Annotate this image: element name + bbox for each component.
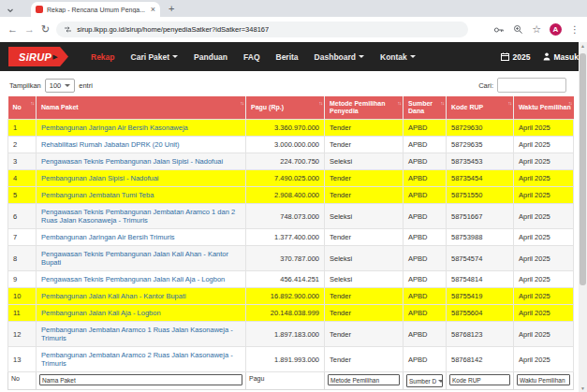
package-link[interactable]: Pengawasan Teknis Pembangunan Jembatan A…	[41, 208, 235, 225]
nav-item-panduan[interactable]: Panduan	[194, 52, 227, 62]
table-row[interactable]: 7 Pembangunan Jaringan Air Bersih Trimur…	[8, 229, 574, 246]
package-link[interactable]: Pembangunan Jaringan Air Bersih Kasonawe…	[41, 123, 188, 132]
cell-waktu: April 2025	[514, 347, 574, 372]
nama-paket-filter-input[interactable]	[39, 374, 242, 385]
cell-pagu: 3.000.000.000	[246, 137, 325, 153]
cell-no: 12	[8, 322, 37, 347]
package-link[interactable]: Pengawasan Teknis Pembangunan Jalan Kali…	[41, 275, 225, 283]
cell-nama-paket: Pembangunan Jembatan Tumi Teba	[37, 187, 246, 204]
browser-menu-icon[interactable]: ⋮	[570, 24, 580, 35]
col-label: Metode Pemilihan Penyedia	[330, 100, 386, 114]
table-row[interactable]: 12 Pembangunan Jembatan Aramco 1 Ruas Ja…	[8, 322, 574, 347]
back-icon[interactable]: ←	[7, 24, 18, 35]
package-link[interactable]: Pengawasan Teknis Pembangunan Jalan Kali…	[41, 250, 228, 267]
sirup-logo-text: SiRUP	[19, 51, 51, 63]
browser-profile-avatar[interactable]: A	[550, 23, 562, 36]
rup-table: No↑↓ Nama Paket↑↓ Pagu (Rp.)↑↓ Metode Pe…	[7, 96, 574, 390]
nav-item-cari-paket[interactable]: Cari Paket	[131, 52, 179, 62]
package-link[interactable]: Pengawasan Teknis Pembangunan Jalan Sipi…	[41, 157, 223, 166]
forward-icon[interactable]: →	[24, 24, 35, 35]
cell-metode: Seleksi	[325, 204, 404, 229]
sort-icon: ↑↓	[31, 99, 35, 107]
filter-no-label: No	[8, 372, 37, 390]
vertical-scrollbar[interactable]: ▲ ▼	[579, 42, 587, 392]
calendar-icon	[501, 52, 509, 61]
site-settings-icon[interactable]	[64, 25, 72, 34]
table-controls: Tampilkan 100 entri Cari:	[9, 78, 566, 93]
table-row[interactable]: 2 Rehabilitasi Rumah Jabatan DPRK (20 Un…	[8, 137, 574, 153]
package-link[interactable]: Pembangunan Jalan Sipisi - Nadofuai	[41, 174, 159, 182]
package-link[interactable]: Pembangunan Jembatan Aramco 2 Ruas Jalan…	[41, 351, 233, 368]
navbar-right: 2025 Masuk	[501, 52, 579, 62]
browser-address-bar: ← → ↻ sirup.lkpp.go.id/sirup/home/penyed…	[0, 17, 587, 43]
zoom-icon[interactable]	[513, 24, 523, 35]
cell-nama-paket: Pengawasan Teknis Pembangunan Jalan Kali…	[37, 271, 246, 288]
nav-label: Dashboard	[315, 52, 356, 62]
bookmark-star-icon[interactable]: ☆	[532, 24, 541, 35]
cell-metode: Tender	[325, 288, 404, 305]
col-header-waktu-pemilihan[interactable]: Waktu Pemilihan↑↓	[514, 96, 574, 120]
nav-label: Rekap	[91, 52, 115, 62]
package-link[interactable]: Pembangunan Jaringan Air Bersih Trimuris	[41, 233, 175, 241]
table-row[interactable]: 6 Pengawasan Teknis Pembangunan Jembatan…	[8, 204, 574, 229]
col-label: No	[13, 104, 22, 110]
cell-sumber: APBD	[404, 271, 447, 288]
cell-nama-paket: Pembangunan Jalan Kali Ahan - Kantor Bup…	[37, 288, 246, 305]
package-link[interactable]: Pembangunan Jembatan Tumi Teba	[41, 191, 154, 199]
cell-pagu: 224.700.750	[246, 153, 325, 170]
sumber-dana-filter-select[interactable]: Sumber D	[406, 374, 443, 387]
col-header-pagu[interactable]: Pagu (Rp.)↑↓	[246, 96, 325, 120]
nav-item-dashboard[interactable]: Dashboard	[315, 52, 364, 62]
table-row[interactable]: 9 Pengawasan Teknis Pembangunan Jalan Ka…	[8, 271, 574, 288]
scroll-up-icon[interactable]: ▲	[580, 42, 585, 50]
col-header-nama-paket[interactable]: Nama Paket↑↓	[37, 96, 246, 120]
package-link[interactable]: Pembangunan Jalan Kali Ahan - Kantor Bup…	[41, 292, 186, 300]
entries-select[interactable]: 100	[45, 79, 76, 93]
nav-item-kontak[interactable]: Kontak	[380, 52, 416, 62]
kode-rup-filter-input[interactable]	[449, 374, 510, 385]
waktu-pemilihan-filter-input[interactable]	[517, 374, 570, 385]
table-row[interactable]: 3 Pengawasan Teknis Pembangunan Jalan Si…	[8, 153, 574, 170]
scrollbar-thumb[interactable]	[580, 53, 586, 285]
tab-close-icon[interactable]: ×	[151, 6, 155, 14]
new-tab-button[interactable]: +	[169, 4, 174, 14]
cell-sumber: APBD	[404, 120, 447, 137]
address-bar-input[interactable]: sirup.lkpp.go.id/sirup/home/penyediaSatk…	[56, 22, 468, 37]
site-favicon-icon	[36, 6, 43, 13]
package-link[interactable]: Pembangunan Jembatan Aramco 1 Ruas Jalan…	[41, 326, 233, 342]
table-row[interactable]: 13 Pembangunan Jembatan Aramco 2 Ruas Ja…	[8, 347, 574, 372]
table-row[interactable]: 10 Pembangunan Jalan Kali Ahan - Kantor …	[8, 288, 574, 305]
reload-icon[interactable]: ↻	[41, 24, 50, 35]
search-input[interactable]	[497, 78, 566, 93]
scrollbar-track[interactable]	[579, 50, 587, 385]
metode-pemilihan-filter-input[interactable]	[328, 374, 400, 385]
cell-waktu: April 2025	[514, 229, 574, 246]
nav-item-berita[interactable]: Berita	[276, 52, 299, 62]
year-selector[interactable]: 2025	[501, 52, 531, 62]
table-row[interactable]: 4 Pembangunan Jalan Sipisi - Nadofuai 7.…	[8, 170, 574, 187]
table-row[interactable]: 5 Pembangunan Jembatan Tumi Teba 2.908.4…	[8, 187, 574, 204]
login-button[interactable]: Masuk	[543, 52, 579, 62]
cell-kode-rup: 58754574	[447, 246, 514, 271]
table-row[interactable]: 11 Pembangunan Jalan Kali Aja - Logbon 2…	[8, 305, 574, 322]
nav-item-faq[interactable]: FAQ	[243, 52, 259, 62]
col-header-no[interactable]: No↑↓	[8, 96, 37, 120]
col-header-sumber-dana[interactable]: Sumber Dana↑↓	[404, 96, 447, 120]
table-row[interactable]: 8 Pengawasan Teknis Pembangunan Jalan Ka…	[8, 246, 574, 271]
cell-no: 4	[8, 170, 37, 187]
col-header-metode-pemilihan[interactable]: Metode Pemilihan Penyedia↑↓	[325, 96, 404, 120]
address-bar-actions: ☆ A ⋮	[493, 23, 580, 36]
package-link[interactable]: Pembangunan Jalan Kali Aja - Logbon	[41, 309, 161, 317]
package-link[interactable]: Rehabilitasi Rumah Jabatan DPRK (20 Unit…	[41, 140, 180, 149]
nav-label: Kontak	[380, 52, 407, 62]
cell-pagu: 20.148.038.999	[246, 305, 325, 322]
password-key-icon[interactable]	[493, 25, 505, 35]
col-header-kode-rup[interactable]: Kode RUP↑↓	[447, 96, 514, 120]
sirup-logo[interactable]: SiRUP▶	[8, 47, 68, 66]
tab-search-chevron-icon[interactable]	[7, 7, 14, 14]
table-row[interactable]: 1 Pembangunan Jaringan Air Bersih Kasona…	[8, 120, 574, 137]
browser-tab[interactable]: Rekap - Rencana Umum Penga... ×	[31, 2, 160, 17]
scroll-down-icon[interactable]: ▼	[580, 385, 585, 392]
nav-item-rekap[interactable]: Rekap	[91, 52, 115, 62]
cell-waktu: April 2025	[514, 204, 574, 229]
